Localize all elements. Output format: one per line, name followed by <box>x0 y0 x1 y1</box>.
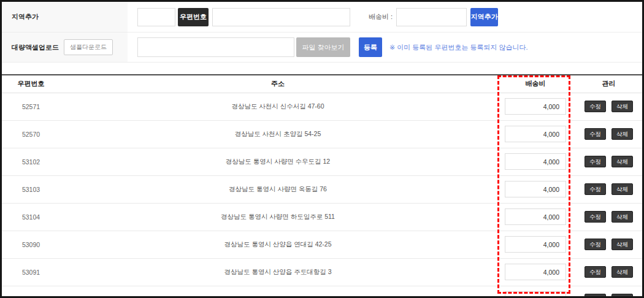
address-column-header: 주소 <box>60 75 496 93</box>
fee-label: 배송비 : <box>369 12 393 21</box>
region-add-controls: 우편번호 배송비 : 지역추가 <box>128 2 642 32</box>
postal-column-header: 우편번호 <box>2 75 60 93</box>
row-fee-input[interactable] <box>505 264 566 280</box>
postal-code-cell: 53090 <box>2 231 60 258</box>
edit-button[interactable]: 수정 <box>585 128 606 140</box>
manage-cell: 수정 삭제 <box>575 93 642 120</box>
table-header-row: 우편번호 주소 배송비 관리 <box>2 75 642 93</box>
row-fee-input[interactable] <box>505 181 566 197</box>
postal-code-search-button[interactable]: 우편번호 <box>178 8 209 26</box>
row-fee-input[interactable] <box>505 208 566 225</box>
shipping-zone-admin-panel: 지역추가 우편번호 배송비 : 지역추가 대량액셀업로드 샘플다운로드 파일 찾… <box>0 0 644 298</box>
address-input[interactable] <box>212 8 350 26</box>
postal-code-cell: 53102 <box>2 148 60 175</box>
fee-cell <box>496 231 575 258</box>
edit-button[interactable]: 수정 <box>585 183 606 196</box>
file-path-input[interactable] <box>137 37 294 57</box>
edit-button[interactable]: 수정 <box>585 101 606 113</box>
add-region-button[interactable]: 지역추가 <box>470 8 498 26</box>
fee-cell <box>496 203 575 231</box>
table-row: 53103 경상남도 통영시 사량면 옥동길 76 수정 삭제 <box>2 175 642 203</box>
table-row: 53102 경상남도 통영시 사량면 수우도길 12 수정 삭제 <box>2 148 642 175</box>
address-cell: 경상남도 통영시 사량면 옥동길 76 <box>60 175 496 203</box>
postal-code-cell: 53104 <box>2 203 60 231</box>
postal-code-input[interactable] <box>137 8 175 26</box>
delete-button[interactable]: 삭제 <box>611 211 633 223</box>
postal-code-cell: 52570 <box>2 120 60 148</box>
address-cell: 경상남도 사천시 초양길 54-25 <box>60 120 496 148</box>
browse-file-button[interactable]: 파일 찾아보기 <box>296 37 350 57</box>
register-button[interactable]: 등록 <box>359 37 382 57</box>
row-fee-input[interactable] <box>505 98 566 115</box>
postal-code-cell: 53103 <box>2 175 60 203</box>
address-cell: 경상남도 사천시 신수서길 47-60 <box>60 93 496 120</box>
fee-input[interactable] <box>396 8 467 26</box>
delete-button[interactable]: 삭제 <box>611 266 633 278</box>
fee-cell <box>496 148 575 175</box>
fee-column-header: 배송비 <box>496 75 575 93</box>
address-cell: 경상남도 통영시 산양읍 주도대항길 3 <box>60 258 496 286</box>
duplicate-postal-notice: ※ 이미 등록된 우편번호는 등록되지 않습니다. <box>389 43 528 52</box>
table-row: 52571 경상남도 사천시 신수서길 47-60 수정 삭제 <box>2 93 642 120</box>
shipping-zone-table: 우편번호 주소 배송비 관리 52571 경상남도 사천시 신수서길 47-60… <box>2 74 642 298</box>
fee-cell <box>496 286 575 298</box>
bulk-upload-controls: 파일 찾아보기 등록 ※ 이미 등록된 우편번호는 등록되지 않습니다. <box>128 32 642 62</box>
edit-button[interactable]: 수정 <box>585 211 606 223</box>
table-row: 52570 경상남도 사천시 초양길 54-25 수정 삭제 <box>2 120 642 148</box>
edit-button[interactable]: 수정 <box>585 266 606 278</box>
bulk-upload-row: 대량액셀업로드 샘플다운로드 파일 찾아보기 등록 ※ 이미 등록된 우편번호는… <box>2 32 642 63</box>
postal-code-cell <box>2 286 60 298</box>
manage-cell: 수정 삭제 <box>575 148 642 175</box>
section-spacer <box>2 63 642 74</box>
row-fee-input[interactable] <box>505 236 566 253</box>
delete-button[interactable]: 삭제 <box>611 156 633 168</box>
row-fee-input[interactable] <box>505 153 566 170</box>
address-cell: 경상남도 통영시 사량면 하도일주로 511 <box>60 203 496 231</box>
region-add-label: 지역추가 <box>2 2 128 32</box>
region-add-row: 지역추가 우편번호 배송비 : 지역추가 <box>2 2 642 32</box>
delete-button[interactable]: 삭제 <box>611 128 633 140</box>
table-row: 53104 경상남도 통영시 사량면 하도일주로 511 수정 삭제 <box>2 203 642 231</box>
edit-button[interactable]: 수정 <box>585 239 606 251</box>
sample-download-button[interactable]: 샘플다운로드 <box>64 39 113 55</box>
manage-cell: 수정 삭제 <box>575 120 642 148</box>
fee-cell <box>496 120 575 148</box>
manage-cell: 수정 삭제 <box>575 286 642 298</box>
delete-button[interactable]: 삭제 <box>611 101 633 113</box>
table-row: 수정 삭제 <box>2 286 642 298</box>
fee-cell <box>496 258 575 286</box>
address-cell <box>60 286 496 298</box>
manage-column-header: 관리 <box>575 75 642 93</box>
table-row: 53090 경상남도 통영시 산양읍 연대길 42-25 수정 삭제 <box>2 231 642 258</box>
manage-cell: 수정 삭제 <box>575 231 642 258</box>
address-cell: 경상남도 통영시 사량면 수우도길 12 <box>60 148 496 175</box>
manage-cell: 수정 삭제 <box>575 175 642 203</box>
fee-cell <box>496 175 575 203</box>
manage-cell: 수정 삭제 <box>575 203 642 231</box>
delete-button[interactable]: 삭제 <box>611 294 633 298</box>
fee-cell <box>496 93 575 120</box>
table-row: 53091 경상남도 통영시 산양읍 주도대항길 3 수정 삭제 <box>2 258 642 286</box>
delete-button[interactable]: 삭제 <box>611 183 633 196</box>
edit-button[interactable]: 수정 <box>585 294 606 298</box>
bulk-upload-label: 대량액셀업로드 <box>12 43 59 52</box>
address-cell: 경상남도 통영시 산양읍 연대길 42-25 <box>60 231 496 258</box>
postal-code-cell: 52571 <box>2 93 60 120</box>
row-fee-input[interactable] <box>505 126 566 142</box>
table-body: 52571 경상남도 사천시 신수서길 47-60 수정 삭제 52570 경상… <box>2 93 642 298</box>
bulk-upload-label-cell: 대량액셀업로드 샘플다운로드 <box>2 32 128 62</box>
edit-button[interactable]: 수정 <box>585 156 606 168</box>
manage-cell: 수정 삭제 <box>575 258 642 286</box>
postal-code-cell: 53091 <box>2 258 60 286</box>
delete-button[interactable]: 삭제 <box>611 239 633 251</box>
row-fee-input[interactable] <box>505 291 566 298</box>
